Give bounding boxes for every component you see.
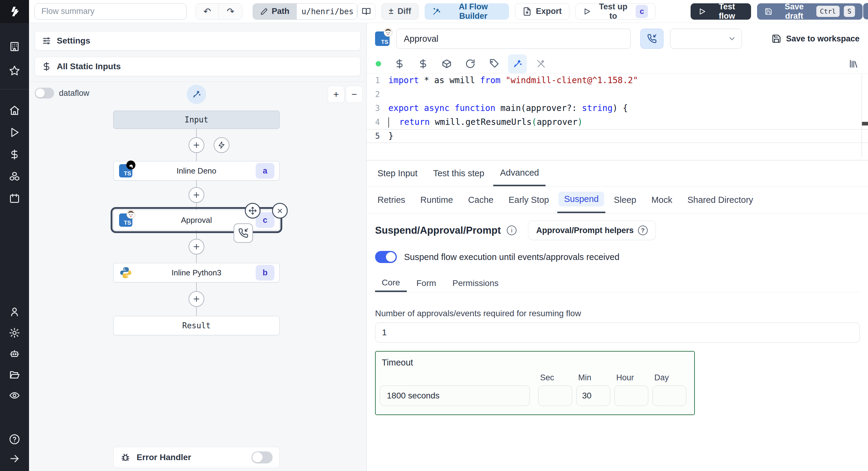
settings-gear-icon[interactable] [9, 327, 20, 338]
tab-permissions[interactable]: Permissions [446, 274, 505, 292]
undo-redo-group: ↶ ↷ [195, 3, 242, 20]
redo-button[interactable]: ↷ [219, 4, 242, 19]
workers-bot-icon[interactable] [9, 348, 20, 359]
approvals-count-input[interactable] [375, 323, 860, 343]
tab-core[interactable]: Core [375, 274, 407, 292]
flow-summary-input[interactable] [34, 3, 186, 20]
subtab-suspend[interactable]: Suspend [557, 186, 606, 213]
all-static-inputs-button[interactable]: All Static Inputs [35, 57, 361, 76]
flow-node-python[interactable]: Inline Python3 b [113, 263, 280, 282]
path-value-input[interactable] [297, 4, 358, 19]
home-icon[interactable] [9, 105, 20, 116]
code-line: 3 export async function main(approver?: … [367, 101, 868, 115]
tag-icon[interactable] [489, 59, 499, 69]
deploy-button-sliver[interactable] [863, 3, 868, 19]
ai-wand-off-icon[interactable] [536, 59, 546, 69]
subtab-sleep[interactable]: Sleep [607, 186, 643, 213]
input-node-label: Input [114, 115, 279, 124]
step-tabs: Step Input Test this step Advanced [367, 160, 868, 186]
package-icon[interactable] [441, 59, 452, 69]
flow-node-result[interactable]: Result [113, 316, 280, 335]
path-label: Path [272, 7, 289, 16]
tab-form[interactable]: Form [410, 274, 443, 292]
approval-phone-incoming-badge[interactable] [234, 224, 253, 243]
suspend-phone-button[interactable] [641, 29, 663, 49]
export-button[interactable]: Export [515, 3, 569, 20]
hour-input[interactable] [614, 385, 648, 406]
error-handler-card[interactable]: Error Handler [113, 447, 280, 468]
docs-button[interactable] [357, 3, 375, 20]
zap-icon [218, 141, 225, 149]
save-draft-button[interactable]: Save draft Ctrl S [757, 3, 863, 20]
subtab-retries[interactable]: Retries [371, 186, 412, 213]
delete-step-button[interactable]: × [272, 203, 288, 218]
zoom-out-button[interactable]: − [346, 86, 363, 103]
help-circle-icon[interactable] [9, 434, 20, 445]
folders-icon[interactable] [9, 370, 20, 380]
help-icon: ? [638, 226, 648, 235]
ctrl-key-badge: Ctrl [816, 6, 840, 17]
day-label: Day [654, 373, 686, 382]
approval-prompt-helpers-button[interactable]: Approval/Prompt helpers ? [528, 221, 656, 240]
subtab-mock[interactable]: Mock [645, 186, 679, 213]
ai-assistant-wand-button[interactable] [508, 54, 527, 73]
step-name-input[interactable] [396, 29, 631, 49]
insert-step-button[interactable] [189, 291, 204, 307]
day-input[interactable] [652, 385, 686, 406]
file-export-icon [523, 7, 532, 16]
variables-dollar-icon[interactable] [9, 149, 20, 160]
subtab-runtime[interactable]: Runtime [414, 186, 460, 213]
subtab-shared-directory[interactable]: Shared Directory [681, 186, 760, 213]
dataflow-toggle[interactable] [35, 88, 54, 98]
workspace-building-icon[interactable] [9, 41, 20, 52]
suspend-toggle[interactable] [375, 251, 397, 263]
error-handler-toggle[interactable] [251, 451, 273, 464]
flow-settings-button[interactable]: Settings [35, 31, 361, 51]
favorites-star-icon[interactable] [9, 65, 20, 76]
expand-arrow-icon[interactable] [9, 453, 20, 464]
flow-node-deno[interactable]: TS Inline Deno a [113, 161, 280, 180]
save-draft-label: Save draft [776, 2, 812, 21]
test-up-to-button[interactable]: Test up to c [576, 3, 656, 20]
save-to-workspace-label: Save to workspace [786, 34, 860, 43]
flow-node-input[interactable]: Input [113, 111, 280, 129]
tab-step-input[interactable]: Step Input [371, 160, 424, 186]
insert-step-button[interactable] [189, 239, 204, 255]
graph-ai-wand-button[interactable] [187, 85, 206, 104]
path-button[interactable]: Path [253, 4, 297, 19]
windmill-logo[interactable] [0, 0, 29, 23]
topbar-actions: ± Diff AI Flow Builder Export Test up to… [357, 3, 863, 20]
move-step-button[interactable] [245, 203, 260, 218]
users-icon[interactable] [9, 306, 20, 317]
subtab-cache[interactable]: Cache [462, 186, 500, 213]
test-flow-button[interactable]: Test flow [690, 3, 751, 20]
insert-step-button[interactable] [189, 187, 204, 203]
timeout-total-input[interactable] [380, 385, 530, 406]
save-to-workspace-button[interactable]: Save to workspace [772, 34, 860, 43]
zoom-in-button[interactable]: + [328, 86, 345, 103]
resources-boxes-icon[interactable] [9, 171, 20, 182]
python-node-label: Inline Python3 [114, 268, 279, 277]
schedules-calendar-icon[interactable] [9, 193, 20, 204]
insert-trigger-button[interactable] [214, 137, 229, 153]
variables-dollar-icon[interactable] [395, 59, 405, 69]
min-input[interactable] [576, 385, 610, 406]
subtab-early-stop[interactable]: Early Stop [502, 186, 556, 213]
runs-play-icon[interactable] [9, 127, 20, 138]
undo-button[interactable]: ↶ [196, 4, 219, 19]
diff-label: Diff [397, 7, 411, 16]
tab-advanced[interactable]: Advanced [493, 160, 546, 186]
resources-dollar-icon[interactable] [418, 59, 428, 69]
audit-eye-icon[interactable] [9, 390, 20, 401]
ai-flow-builder-button[interactable]: AI Flow Builder [425, 3, 509, 20]
insert-step-button[interactable] [189, 137, 204, 153]
diff-button[interactable]: ± Diff [381, 3, 419, 20]
refresh-icon[interactable] [465, 59, 475, 69]
library-icon[interactable] [849, 59, 859, 69]
code-editor[interactable]: 1 import * as wmill from "windmill-clien… [367, 73, 868, 160]
workspace-script-select[interactable] [670, 29, 742, 49]
plus-icon [192, 141, 201, 149]
code-line: 4 return wmill.getResumeUrls(approver) [367, 115, 868, 129]
sec-input[interactable] [538, 385, 572, 406]
tab-test-this-step[interactable]: Test this step [427, 160, 491, 186]
